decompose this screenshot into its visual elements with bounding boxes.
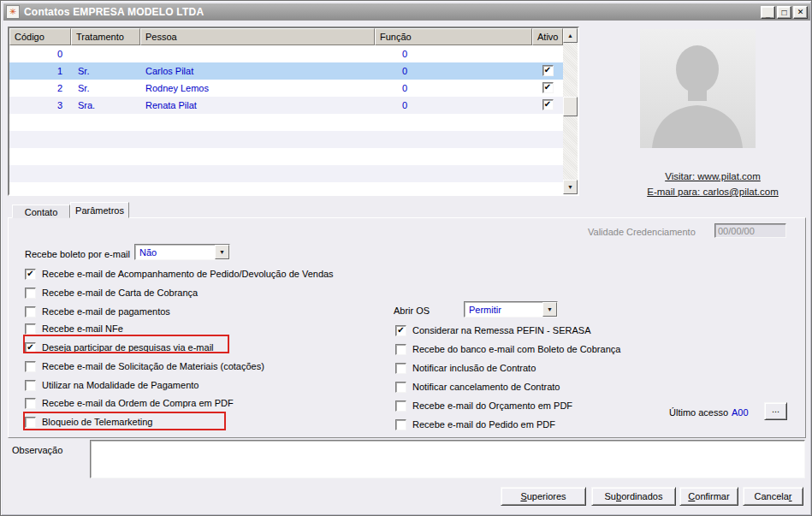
cell-tratamento — [71, 165, 140, 182]
checkbox-recebe-e-mail-de-carta-de-cobranca[interactable]: Recebe e-mail de Carta de Cobrança — [25, 287, 198, 299]
checkbox-recebe-do-banco-e-mail-com-boleto-de-cobranca[interactable]: Recebe do banco e-mail com Boleto de Cob… — [395, 343, 620, 355]
dropdown-arrow-icon[interactable]: ▼ — [215, 245, 229, 259]
check-icon: ✔ — [27, 343, 33, 352]
checkbox-box[interactable] — [25, 288, 36, 299]
minimize-button[interactable]: _ — [761, 6, 775, 19]
checkbox-considerar-na-remessa-pefin-serasa[interactable]: ✔Considerar na Remessa PEFIN - SERASA — [395, 324, 590, 336]
visit-link[interactable]: Visitar: www.pilat.com — [665, 171, 761, 181]
recebe-boleto-select[interactable]: Não ▼ — [134, 244, 230, 260]
cell-tratamento — [71, 182, 140, 196]
abrir-os-select[interactable]: Permitir ▼ — [464, 301, 558, 317]
table-row-renata-pilat[interactable]: 3Sra.Renata Pilat0✔ — [9, 97, 563, 114]
checkbox-label: Notificar cancelamento de Contrato — [412, 382, 560, 392]
checkbox-box[interactable] — [25, 323, 36, 335]
checkbox-deseja-participar-de-pesquisas-via-e-mail[interactable]: ✔Deseja participar de pesquisas via e-ma… — [25, 341, 214, 353]
checkbox-label: Recebe e-mail NFe — [42, 323, 123, 334]
table-row-codigo-0[interactable]: 00 — [9, 45, 563, 62]
column-header-codigo[interactable]: Código — [9, 28, 71, 45]
cell-pessoa: Carlos Pilat — [140, 62, 375, 80]
scrollbar-thumb[interactable] — [563, 97, 578, 116]
checkbox-box[interactable] — [25, 361, 36, 372]
tab-parametros[interactable]: Parâmetros — [70, 202, 129, 218]
maximize-button[interactable]: □ — [777, 6, 791, 19]
maximize-icon: □ — [781, 9, 786, 16]
tab-contato[interactable]: Contato — [12, 205, 70, 218]
observacao-input[interactable] — [90, 440, 805, 478]
titlebar[interactable]: ✳ Contatos EMPRESA MODELO LTDA _ □ ✕ — [3, 3, 810, 21]
close-icon: ✕ — [797, 9, 804, 16]
contacts-table: Código Tratamento Pessoa Função Ativo 00… — [8, 27, 579, 196]
checkbox-box[interactable] — [25, 417, 36, 428]
checkbox-box[interactable]: ✔ — [542, 82, 554, 93]
checkbox-recebe-e-mail-de-solicitacao-de-materiais-cotaco[interactable]: Recebe e-mail de Solicitação de Materiai… — [25, 360, 264, 372]
checkbox-box[interactable]: ✔ — [542, 99, 554, 110]
close-button[interactable]: ✕ — [793, 6, 808, 19]
ultimo-acesso-browse-button[interactable]: ... — [764, 402, 787, 420]
checkbox-recebe-e-mail-nfe[interactable]: Recebe e-mail NFe — [25, 323, 123, 335]
cell-ativo: ✔ — [532, 80, 563, 97]
cell-codigo: 2 — [9, 80, 71, 97]
cell-ativo — [532, 45, 563, 62]
checkbox-box[interactable] — [395, 382, 406, 393]
table-row-rodney-lemos[interactable]: 2Sr.Rodney Lemos0✔ — [9, 80, 563, 97]
button-mnemonic: r — [789, 491, 792, 501]
checkbox-utilizar-na-modalidade-de-pagamento[interactable]: Utilizar na Modalidade de Pagamento — [25, 379, 199, 391]
table-scrollbar[interactable]: ▲ ▼ — [563, 28, 578, 194]
checkbox-box[interactable]: ✔ — [25, 269, 36, 280]
checkbox-box[interactable]: ✔ — [542, 65, 554, 76]
checkbox-label: Recebe e-mail de Solicitação de Materiai… — [42, 361, 264, 371]
checkbox-box[interactable] — [25, 380, 36, 391]
checkbox-box[interactable] — [395, 363, 406, 374]
table-header: Código Tratamento Pessoa Função Ativo — [9, 28, 578, 45]
checkbox-notificar-cancelamento-de-contrato[interactable]: Notificar cancelamento de Contrato — [395, 381, 560, 393]
dropdown-arrow-icon[interactable]: ▼ — [542, 302, 557, 317]
button-text: ordinados — [621, 491, 662, 501]
column-header-ativo[interactable]: Ativo — [532, 28, 563, 45]
checkbox-notificar-inclusao-de-contrato[interactable]: Notificar inclusão de Contrato — [395, 362, 536, 374]
checkbox-box[interactable] — [25, 306, 36, 317]
checkbox-box[interactable] — [395, 419, 406, 430]
cancelar-button[interactable]: Cancelar — [743, 487, 803, 506]
cell-funcao — [375, 182, 532, 196]
checkbox-recebe-e-mail-de-pagamentos[interactable]: Recebe e-mail de pagamentos — [25, 305, 170, 317]
column-header-tratamento[interactable]: Tratamento — [71, 28, 140, 45]
check-icon: ✔ — [544, 66, 551, 74]
checkbox-label: Recebe e-mail do Pedido em PDF — [412, 419, 555, 430]
cell-tratamento — [71, 45, 140, 62]
checkbox-box[interactable] — [395, 400, 406, 412]
checkbox-box[interactable] — [395, 344, 406, 355]
checkbox-label: Notificar inclusão de Contrato — [412, 363, 536, 373]
table-row-carlos-pilat[interactable]: 1Sr.Carlos Pilat0✔ — [9, 62, 563, 80]
recebe-boleto-label: Recebe boleto por e-mail — [25, 249, 130, 259]
column-header-pessoa[interactable]: Pessoa — [140, 28, 375, 45]
cell-pessoa — [140, 114, 375, 131]
cell-tratamento: Sra. — [71, 97, 140, 114]
cell-funcao: 0 — [375, 45, 532, 62]
recebe-boleto-value: Não — [135, 247, 215, 258]
column-header-funcao[interactable]: Função — [375, 28, 532, 45]
checkbox-recebe-e-mail-de-acompanhamento-de-pedido-devolu[interactable]: ✔Recebe e-mail de Acompanhamento de Pedi… — [25, 268, 334, 280]
cell-funcao — [375, 131, 532, 148]
checkbox-recebe-e-mail-do-pedido-em-pdf[interactable]: Recebe e-mail do Pedido em PDF — [395, 418, 555, 430]
cell-pessoa — [140, 182, 375, 196]
cell-funcao — [375, 114, 532, 131]
subordinados-button[interactable]: Subordinados — [591, 487, 676, 506]
ultimo-acesso-label: Último acesso — [669, 407, 728, 418]
checkbox-box[interactable]: ✔ — [395, 325, 406, 336]
checkbox-box[interactable] — [25, 398, 36, 409]
superiores-button[interactable]: Superiores — [501, 487, 586, 506]
app-icon-glyph: ✳ — [9, 8, 16, 16]
checkbox-box[interactable]: ✔ — [25, 342, 36, 353]
scrollbar-track[interactable] — [563, 43, 578, 180]
scroll-up-icon[interactable]: ▲ — [563, 28, 578, 43]
scroll-down-icon[interactable]: ▼ — [563, 180, 578, 194]
contact-photo — [640, 29, 756, 148]
validade-credenciamento-label: Validade Credenciamento — [588, 227, 696, 237]
confirmar-button[interactable]: Confirmar — [679, 487, 738, 506]
cell-funcao — [375, 165, 532, 182]
checkbox-recebe-e-mail-da-ordem-de-compra-em-pdf[interactable]: Recebe e-mail da Ordem de Compra em PDF — [25, 397, 234, 409]
email-link[interactable]: E-mail para: carlos@pilat.com — [647, 187, 779, 197]
checkbox-bloqueio-de-telemarketing[interactable]: Bloqueio de Telemarketing — [25, 416, 152, 428]
checkbox-recebe-e-mail-do-orcamento-em-pdf[interactable]: Recebe e-mail do Orçamento em PDF — [395, 400, 572, 412]
cell-ativo: ✔ — [532, 97, 563, 114]
